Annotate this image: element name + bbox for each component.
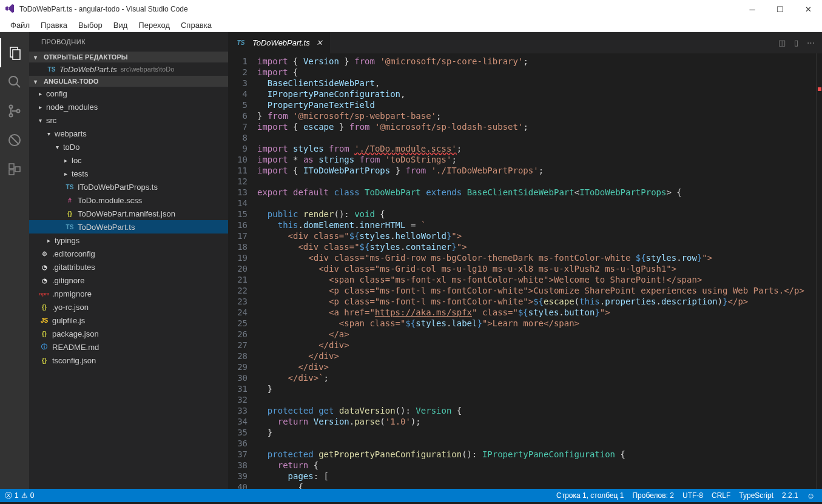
folder-config[interactable]: ▸config bbox=[29, 87, 228, 100]
folder-tests[interactable]: ▸tests bbox=[29, 167, 228, 180]
close-button[interactable]: ✕ bbox=[794, 0, 822, 18]
svg-rect-1 bbox=[13, 50, 20, 59]
status-cursor[interactable]: Строка 1, столбец 1 bbox=[556, 491, 624, 500]
window-title: ToDoWebPart.ts - angular-todo - Visual S… bbox=[19, 5, 188, 13]
file-gitignore[interactable]: ◔.gitignore bbox=[29, 274, 228, 287]
svg-point-2 bbox=[9, 76, 18, 85]
file-gitattributes[interactable]: ◔.gitattributes bbox=[29, 260, 228, 274]
svg-point-4 bbox=[10, 106, 13, 109]
tab-todowebpart[interactable]: TS ToDoWebPart.ts ✕ bbox=[228, 32, 331, 53]
folder-typings[interactable]: ▸typings bbox=[29, 234, 228, 247]
vs-logo-icon bbox=[5, 4, 15, 15]
svg-point-6 bbox=[17, 110, 20, 113]
json-icon: {} bbox=[39, 357, 50, 364]
folder-todo[interactable]: ▾toDo bbox=[29, 140, 228, 153]
json-icon: {} bbox=[64, 210, 75, 217]
minimap[interactable] bbox=[816, 53, 822, 489]
explorer-icon[interactable] bbox=[0, 38, 29, 67]
git-icon: ◔ bbox=[39, 264, 50, 270]
open-editors-header[interactable]: ▾ОТКРЫТЫЕ РЕДАКТОРЫ bbox=[29, 52, 228, 62]
extensions-icon[interactable] bbox=[0, 155, 29, 184]
menubar: Файл Правка Выбор Вид Переход Справка bbox=[0, 18, 822, 32]
status-lang[interactable]: TypeScript bbox=[739, 491, 773, 500]
status-spaces[interactable]: Пробелов: 2 bbox=[632, 491, 674, 500]
svg-line-8 bbox=[10, 136, 19, 144]
folder-loc[interactable]: ▸loc bbox=[29, 153, 228, 167]
line-numbers: 1234567891011121314151617181920212223242… bbox=[228, 53, 257, 489]
more-icon[interactable]: ⋯ bbox=[807, 38, 815, 47]
folder-webparts[interactable]: ▾webparts bbox=[29, 127, 228, 140]
npm-icon: npm bbox=[39, 291, 50, 297]
layout-icon[interactable]: ▯ bbox=[794, 38, 798, 47]
file-props[interactable]: TSIToDoWebPartProps.ts bbox=[29, 180, 228, 193]
titlebar: ToDoWebPart.ts - angular-todo - Visual S… bbox=[0, 0, 822, 18]
typescript-icon: TS bbox=[64, 224, 75, 230]
json-icon: {} bbox=[39, 304, 50, 311]
js-icon: JS bbox=[39, 317, 50, 324]
folder-node-modules[interactable]: ▸node_modules bbox=[29, 100, 228, 113]
code-content[interactable]: import { Version } from '@microsoft/sp-c… bbox=[257, 53, 816, 489]
menu-view[interactable]: Вид bbox=[108, 21, 133, 30]
file-webpart-ts[interactable]: TSToDoWebPart.ts bbox=[29, 220, 228, 234]
typescript-icon: TS bbox=[235, 39, 246, 46]
search-icon[interactable] bbox=[0, 67, 29, 96]
open-editor-item[interactable]: TS ToDoWebPart.ts src\webparts\toDo bbox=[29, 62, 228, 76]
status-encoding[interactable]: UTF-8 bbox=[682, 491, 703, 500]
status-version[interactable]: 2.2.1 bbox=[782, 491, 798, 500]
menu-file[interactable]: Файл bbox=[5, 21, 35, 30]
file-npmignore[interactable]: npm.npmignore bbox=[29, 287, 228, 300]
file-tsconfig[interactable]: {}tsconfig.json bbox=[29, 354, 228, 367]
gear-icon: ⚙ bbox=[39, 250, 50, 257]
editor-area: TS ToDoWebPart.ts ✕ ◫ ▯ ⋯ 12345678910111… bbox=[228, 32, 822, 489]
errors-icon[interactable]: ⓧ bbox=[5, 491, 12, 501]
status-eol[interactable]: CRLF bbox=[712, 491, 730, 500]
warning-count[interactable]: 0 bbox=[30, 491, 35, 500]
svg-rect-10 bbox=[9, 170, 14, 175]
scss-icon: # bbox=[64, 197, 75, 204]
file-readme[interactable]: ⓘREADME.md bbox=[29, 340, 228, 354]
activity-bar bbox=[0, 32, 29, 489]
file-yorc[interactable]: {}.yo-rc.json bbox=[29, 300, 228, 314]
error-count[interactable]: 1 bbox=[15, 491, 19, 500]
folder-src[interactable]: ▾src bbox=[29, 113, 228, 127]
error-marker[interactable] bbox=[818, 87, 821, 91]
maximize-button[interactable]: ☐ bbox=[766, 0, 794, 18]
typescript-icon: TS bbox=[46, 66, 57, 73]
file-scss[interactable]: #ToDo.module.scss bbox=[29, 193, 228, 207]
warnings-icon[interactable]: ⚠ bbox=[21, 491, 28, 500]
svg-rect-11 bbox=[15, 167, 20, 172]
svg-rect-9 bbox=[9, 164, 14, 169]
statusbar: ⓧ1 ⚠0 Строка 1, столбец 1 Пробелов: 2 UT… bbox=[0, 489, 822, 502]
tabs: TS ToDoWebPart.ts ✕ ◫ ▯ ⋯ bbox=[228, 32, 822, 53]
file-package[interactable]: {}package.json bbox=[29, 327, 228, 340]
project-header[interactable]: ▾ANGULAR-TODO bbox=[29, 76, 228, 87]
typescript-icon: TS bbox=[64, 184, 75, 190]
tab-label: ToDoWebPart.ts bbox=[252, 38, 310, 47]
file-editorconfig[interactable]: ⚙.editorconfig bbox=[29, 247, 228, 260]
file-manifest[interactable]: {}ToDoWebPart.manifest.json bbox=[29, 207, 228, 220]
debug-icon[interactable] bbox=[0, 126, 29, 155]
json-icon: {} bbox=[39, 331, 50, 337]
sidebar: ПРОВОДНИК ▾ОТКРЫТЫЕ РЕДАКТОРЫ TS ToDoWeb… bbox=[29, 32, 228, 489]
sidebar-title: ПРОВОДНИК bbox=[29, 32, 228, 52]
info-icon: ⓘ bbox=[39, 343, 50, 351]
feedback-icon[interactable]: ☺ bbox=[807, 491, 815, 500]
minimize-button[interactable]: ─ bbox=[738, 0, 766, 18]
close-icon[interactable]: ✕ bbox=[316, 38, 323, 47]
menu-help[interactable]: Справка bbox=[175, 21, 217, 30]
menu-go[interactable]: Переход bbox=[133, 21, 175, 30]
menu-selection[interactable]: Выбор bbox=[73, 21, 108, 30]
split-editor-icon[interactable]: ◫ bbox=[778, 38, 786, 47]
git-icon: ◔ bbox=[39, 277, 50, 284]
svg-line-3 bbox=[16, 84, 20, 87]
svg-point-5 bbox=[10, 114, 13, 117]
code-editor[interactable]: 1234567891011121314151617181920212223242… bbox=[228, 53, 822, 489]
menu-edit[interactable]: Правка bbox=[35, 21, 73, 30]
source-control-icon[interactable] bbox=[0, 96, 29, 126]
file-gulpfile[interactable]: JSgulpfile.js bbox=[29, 314, 228, 327]
